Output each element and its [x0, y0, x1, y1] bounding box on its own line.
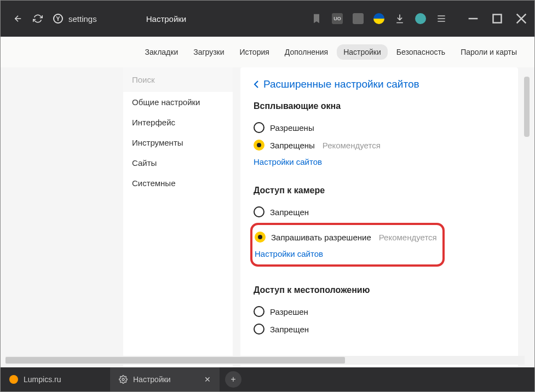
radio-camera-block[interactable]: Запрещен — [254, 203, 505, 221]
section-title: Доступ к местоположению — [254, 285, 505, 295]
gear-icon — [119, 375, 128, 384]
nav-settings[interactable]: Настройки — [337, 44, 388, 60]
site-settings-link[interactable]: Настройки сайтов — [254, 157, 322, 166]
section-location: Доступ к местоположению Разрешен Запреще… — [254, 285, 505, 338]
lumpics-favicon-icon — [9, 375, 18, 384]
sidebar-tools[interactable]: Инструменты — [123, 132, 233, 153]
radio-location-block[interactable]: Запрещен — [254, 320, 505, 338]
lastfm-icon[interactable] — [353, 13, 364, 24]
radio-icon — [255, 232, 266, 243]
yandex-icon: Y — [53, 14, 63, 24]
search-input[interactable]: Поиск — [123, 67, 233, 92]
titlebar: Y settings Настройки UO — [1, 1, 534, 37]
section-popups: Всплывающие окна Разрешены Запрещены Рек… — [254, 101, 505, 167]
section-title: Всплывающие окна — [254, 101, 505, 111]
radio-location-allow[interactable]: Разрешен — [254, 303, 505, 320]
radio-label: Запрещен — [270, 325, 309, 334]
close-button[interactable] — [516, 13, 527, 24]
highlight-annotation: Запрашивать разрешение Рекомендуется Нас… — [250, 223, 445, 267]
menu-icon[interactable] — [436, 13, 447, 24]
new-tab-button[interactable]: + — [225, 371, 241, 388]
sidebar-sites[interactable]: Сайты — [123, 153, 233, 173]
main-panel: Расширенные настройки сайтов Всплывающие… — [240, 67, 518, 368]
main-header-text: Расширенные настройки сайтов — [263, 78, 419, 90]
radio-icon — [254, 140, 264, 151]
horizontal-scrollbar[interactable] — [5, 356, 525, 365]
maximize-button[interactable] — [492, 13, 503, 24]
radio-label: Запрещены — [270, 141, 315, 150]
site-settings-link[interactable]: Настройки сайтов — [255, 249, 323, 258]
flag-icon[interactable] — [373, 13, 384, 24]
sidebar-general[interactable]: Общие настройки — [123, 92, 233, 112]
svg-point-1 — [122, 378, 124, 381]
radio-icon — [254, 306, 264, 317]
tab-lumpics[interactable]: Lumpics.ru — [1, 367, 110, 391]
address-bar[interactable]: Y settings — [53, 14, 97, 24]
reload-button[interactable] — [28, 9, 48, 28]
radio-popups-allow[interactable]: Разрешены — [254, 119, 505, 136]
profile-icon[interactable] — [415, 13, 426, 24]
section-camera: Доступ к камере Запрещен Запрашивать раз… — [254, 186, 505, 267]
nav-history[interactable]: История — [233, 44, 276, 60]
radio-popups-block[interactable]: Запрещены Рекомендуется — [254, 136, 505, 154]
radio-icon — [254, 324, 264, 335]
radio-label: Разрешены — [270, 123, 314, 132]
nav-passwords[interactable]: Пароли и карты — [454, 44, 524, 60]
minimize-button[interactable] — [468, 13, 479, 24]
browser-tabs: Lumpics.ru Настройки ✕ + — [1, 367, 534, 391]
sidebar-system[interactable]: Системные — [123, 173, 233, 193]
radio-icon — [254, 122, 264, 133]
sidebar: Поиск Общие настройки Интерфейс Инструме… — [123, 67, 233, 368]
downloads-icon[interactable] — [394, 13, 405, 24]
section-title: Доступ к камере — [254, 186, 505, 195]
close-tab-icon[interactable]: ✕ — [204, 375, 211, 384]
nav-bookmarks[interactable]: Закладки — [139, 44, 185, 60]
radio-icon — [254, 206, 264, 217]
settings-nav: Закладки Загрузки История Дополнения Нас… — [1, 37, 534, 67]
nav-downloads[interactable]: Загрузки — [187, 44, 231, 60]
radio-hint: Рекомендуется — [379, 233, 437, 242]
vertical-scrollbar[interactable] — [524, 77, 530, 137]
nav-security[interactable]: Безопасность — [390, 44, 452, 60]
radio-camera-ask[interactable]: Запрашивать разрешение Рекомендуется — [255, 228, 437, 246]
tab-label: Настройки — [133, 375, 171, 384]
tab-settings[interactable]: Настройки ✕ — [110, 367, 220, 391]
radio-hint: Рекомендуется — [323, 141, 381, 150]
radio-label: Запрещен — [270, 207, 309, 217]
ublock-icon[interactable]: UO — [332, 13, 343, 24]
bookmark-icon[interactable] — [311, 13, 322, 24]
page-title: Настройки — [146, 14, 187, 24]
url-text: settings — [68, 14, 97, 24]
radio-label: Запрашивать разрешение — [271, 233, 371, 242]
back-button[interactable] — [8, 9, 28, 28]
nav-addons[interactable]: Дополнения — [278, 44, 335, 60]
radio-label: Разрешен — [270, 307, 308, 316]
svg-rect-0 — [493, 15, 502, 23]
sidebar-interface[interactable]: Интерфейс — [123, 112, 233, 132]
back-to-settings-link[interactable]: Расширенные настройки сайтов — [254, 74, 505, 101]
tab-label: Lumpics.ru — [24, 375, 61, 384]
